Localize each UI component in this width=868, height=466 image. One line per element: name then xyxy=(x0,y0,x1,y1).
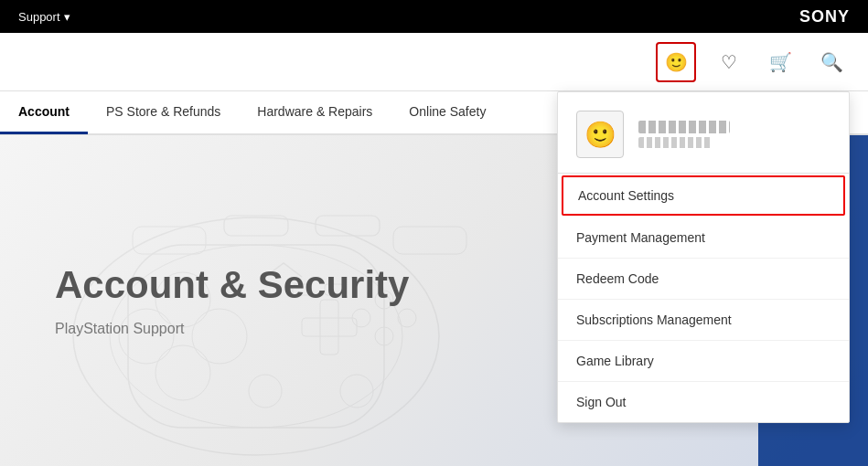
dropdown-item-payment[interactable]: Payment Management xyxy=(558,217,849,259)
dropdown-item-sign-out-label: Sign Out xyxy=(576,395,626,409)
hero-content: Account & Security PlayStation Support xyxy=(55,264,409,337)
search-icon-button[interactable]: 🔍 xyxy=(813,44,850,80)
nav-item-hardware-label: Hardware & Repairs xyxy=(257,104,372,119)
dropdown-item-game-library-label: Game Library xyxy=(576,354,654,368)
wishlist-icon: ♡ xyxy=(721,51,737,73)
svg-point-3 xyxy=(155,345,210,400)
nav-item-safety-label: Online Safety xyxy=(409,104,486,119)
avatar: 🙂 xyxy=(576,111,624,158)
user-icon: 🙂 xyxy=(665,51,688,73)
dropdown-item-subscriptions[interactable]: Subscriptions Management xyxy=(558,300,849,341)
sony-logo: SONY xyxy=(799,7,850,26)
header-icons: 🙂 ♡ 🛒 🔍 xyxy=(656,42,850,82)
nav-item-account[interactable]: Account xyxy=(0,90,88,134)
nav-item-ps-store-label: PS Store & Refunds xyxy=(106,104,220,119)
cart-icon: 🛒 xyxy=(769,51,792,73)
user-dropdown-menu: 🙂 Account Settings Payment Management Re… xyxy=(557,91,850,423)
dropdown-item-redeem[interactable]: Redeem Code xyxy=(558,259,849,300)
user-icon-button[interactable]: 🙂 xyxy=(656,42,696,82)
nav-item-ps-store[interactable]: PS Store & Refunds xyxy=(88,90,239,134)
svg-rect-20 xyxy=(393,227,466,254)
dropdown-item-payment-label: Payment Management xyxy=(576,230,705,245)
svg-rect-17 xyxy=(133,227,206,254)
hero-title: Account & Security xyxy=(55,264,409,306)
dropdown-email xyxy=(638,137,712,148)
search-icon: 🔍 xyxy=(820,51,843,73)
dropdown-item-sign-out[interactable]: Sign Out xyxy=(558,382,849,422)
dropdown-item-account-settings[interactable]: Account Settings xyxy=(562,175,845,216)
wishlist-icon-button[interactable]: ♡ xyxy=(711,44,747,80)
dropdown-item-account-settings-label: Account Settings xyxy=(578,188,674,203)
support-chevron: ▾ xyxy=(64,10,70,24)
nav-item-account-label: Account xyxy=(18,104,70,119)
dropdown-item-subscriptions-label: Subscriptions Management xyxy=(576,312,732,327)
svg-point-13 xyxy=(249,375,282,408)
nav-item-safety[interactable]: Online Safety xyxy=(391,90,504,134)
dropdown-user-header: 🙂 xyxy=(558,92,849,174)
top-bar: Support ▾ SONY xyxy=(0,0,868,33)
dropdown-item-redeem-label: Redeem Code xyxy=(576,271,659,286)
support-menu[interactable]: Support ▾ xyxy=(18,10,70,24)
support-label: Support xyxy=(18,10,60,24)
dropdown-user-info xyxy=(638,121,730,148)
header: 🙂 ♡ 🛒 🔍 xyxy=(0,33,868,91)
dropdown-username xyxy=(638,121,730,133)
nav-item-hardware[interactable]: Hardware & Repairs xyxy=(239,90,391,134)
hero-subtitle: PlayStation Support xyxy=(55,321,409,337)
dropdown-item-game-library[interactable]: Game Library xyxy=(558,341,849,382)
cart-icon-button[interactable]: 🛒 xyxy=(762,44,798,80)
